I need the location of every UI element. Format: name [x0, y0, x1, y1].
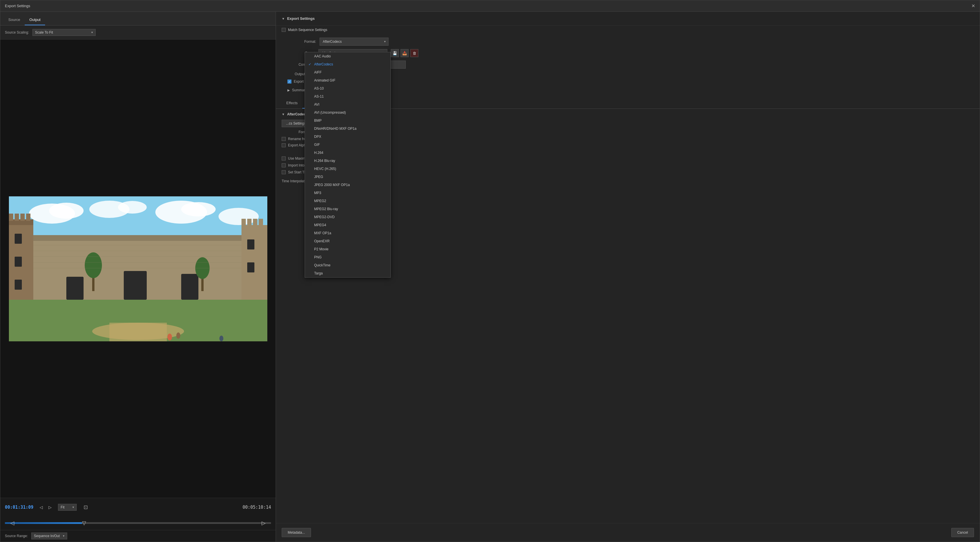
match-sequence-label: Match Sequence Settings: [288, 28, 327, 32]
preset-icons: 💾 📥 🗑: [391, 49, 418, 57]
left-panel: Source Output Source Scaling: Scale To F…: [0, 12, 276, 542]
preview-image: [9, 196, 267, 341]
transport-controls: ◁ ▷: [38, 504, 53, 510]
export-settings-window: Export Settings ✕ Source Output Source S…: [0, 0, 980, 542]
svg-rect-27: [66, 277, 84, 300]
svg-rect-26: [33, 235, 242, 241]
save-preset-btn[interactable]: 💾: [391, 49, 399, 57]
dropdown-item-mpeg2-bluray[interactable]: MPEG2 Blu-ray: [305, 205, 390, 213]
dropdown-item-jpeg2000[interactable]: JPEG 2000 MXF OP1a: [305, 181, 390, 189]
export-video-checkbox[interactable]: ✓: [288, 79, 291, 84]
fit-select-wrapper: Fit 25% 50% 100%: [58, 504, 77, 511]
dropdown-item-gif[interactable]: GIF: [305, 141, 390, 149]
svg-rect-23: [247, 239, 255, 250]
preview-area: [0, 40, 276, 498]
dropdown-item-dnxhr[interactable]: DNxHR/DNxHD MXF OP1a: [305, 125, 390, 133]
dropdown-item-animated-gif[interactable]: Animated GIF: [305, 76, 390, 84]
svg-rect-28: [124, 271, 147, 300]
svg-rect-20: [247, 219, 251, 227]
dropdown-item-mxf-op1a[interactable]: MXF OP1a: [305, 229, 390, 237]
fit-select[interactable]: Fit 25% 50% 100%: [58, 504, 77, 511]
timecode-end: 00:05:10:14: [243, 505, 271, 510]
import-preset-btn[interactable]: 📥: [401, 49, 409, 57]
summary-arrow[interactable]: ▶: [288, 88, 290, 92]
dropdown-item-aiff[interactable]: AIFF: [305, 68, 390, 76]
bottom-buttons: Metadata... Cancel: [276, 523, 980, 542]
dropdown-item-avi[interactable]: AVI: [305, 100, 390, 108]
main-content: Source Output Source Scaling: Scale To F…: [0, 12, 980, 542]
source-scaling-select[interactable]: Scale To Fit Scale To Fill Stretch To Fi…: [32, 29, 95, 36]
svg-point-7: [218, 208, 259, 225]
aftercodecs-collapse-arrow[interactable]: ▼: [282, 113, 285, 116]
in-point-marker: ◁: [10, 520, 14, 526]
playhead-marker: ▽: [82, 520, 86, 526]
source-range-select[interactable]: Sequence In/Out Work Area Entire Sequenc…: [31, 532, 67, 539]
settings-grid: Format: AfterCodecs AAC Audio AfterCodec…: [276, 34, 980, 98]
svg-rect-29: [181, 274, 199, 300]
fullscreen-icon[interactable]: ⊡: [84, 504, 88, 510]
dropdown-item-as10[interactable]: AS-10: [305, 84, 390, 92]
svg-point-37: [85, 252, 102, 278]
dropdown-item-avi-uncompressed[interactable]: AVI (Uncompressed): [305, 108, 390, 116]
delete-preset-btn[interactable]: 🗑: [410, 49, 418, 57]
svg-rect-24: [247, 262, 255, 272]
set-start-timecode-checkbox[interactable]: [282, 170, 286, 174]
export-alpha-checkbox[interactable]: [282, 143, 286, 147]
svg-rect-32: [110, 323, 167, 341]
source-scaling-select-wrapper: Scale To Fit Scale To Fill Stretch To Fi…: [32, 29, 95, 36]
dropdown-item-mpeg2[interactable]: MPEG2: [305, 197, 390, 205]
tab-output[interactable]: Output: [25, 14, 45, 25]
tab-source[interactable]: Source: [4, 14, 25, 25]
controls-bar: 00:01:31:09 ◁ ▷ Fit 25% 50% 100% ⊡ 00:05…: [0, 498, 276, 516]
source-scaling-row: Source Scaling: Scale To Fit Scale To Fi…: [0, 25, 276, 40]
dropdown-item-mpeg2-dvd[interactable]: MPEG2-DVD: [305, 213, 390, 221]
dropdown-item-targa[interactable]: Targa: [305, 269, 390, 277]
right-panel: ▼ Export Settings Match Sequence Setting…: [276, 12, 980, 542]
svg-rect-12: [14, 214, 19, 221]
format-dropdown[interactable]: AAC Audio AfterCodecs AIFF Animated GIF …: [305, 52, 391, 278]
cancel-btn[interactable]: Cancel: [951, 528, 974, 537]
dropdown-item-bmp[interactable]: BMP: [305, 116, 390, 125]
next-frame-btn[interactable]: ▷: [47, 504, 53, 510]
collapse-arrow[interactable]: ▼: [282, 17, 285, 21]
dropdown-item-dpx[interactable]: DPX: [305, 133, 390, 141]
dropdown-item-aftercodecs[interactable]: AfterCodecs: [305, 60, 390, 68]
source-range-select-wrapper: Sequence In/Out Work Area Entire Sequenc…: [31, 532, 67, 539]
dropdown-item-mp3[interactable]: MP3: [305, 189, 390, 197]
format-select-wrapper: AfterCodecs: [320, 38, 388, 46]
svg-rect-15: [14, 234, 22, 244]
dropdown-item-openexr[interactable]: OpenEXR: [305, 237, 390, 245]
metadata-btn[interactable]: Metadata...: [282, 528, 311, 537]
dropdown-item-png[interactable]: PNG: [305, 253, 390, 261]
scrub-track[interactable]: ◁ ▽ ▷: [5, 522, 271, 524]
tabs-row: Source Output: [0, 12, 276, 25]
svg-rect-14: [26, 214, 30, 221]
svg-rect-19: [242, 219, 246, 227]
dropdown-item-jpeg[interactable]: JPEG: [305, 173, 390, 181]
rename-from-checkbox[interactable]: [282, 137, 286, 141]
prev-frame-btn[interactable]: ◁: [38, 504, 45, 510]
svg-rect-22: [259, 219, 263, 227]
dropdown-item-as11[interactable]: AS-11: [305, 92, 390, 100]
import-into-project-checkbox[interactable]: [282, 163, 286, 167]
window-title: Export Settings: [5, 4, 30, 8]
scrub-bar[interactable]: ◁ ▽ ▷: [0, 516, 276, 530]
title-bar: Export Settings ✕: [0, 0, 980, 12]
source-range-row: Source Range: Sequence In/Out Work Area …: [0, 530, 276, 542]
dropdown-item-p2-movie[interactable]: P2 Movie: [305, 245, 390, 253]
out-point-marker: ▷: [262, 520, 266, 526]
dropdown-item-h264-bluray[interactable]: H.264 Blu-ray: [305, 157, 390, 165]
tab-effects[interactable]: Effects: [282, 98, 302, 108]
export-settings-header: ▼ Export Settings: [276, 12, 980, 25]
dropdown-item-hevc[interactable]: HEVC (H.265): [305, 165, 390, 173]
aftercodecs-format-value: ...xtime): [314, 130, 974, 134]
timecode-start: 00:01:31:09: [5, 505, 33, 510]
dropdown-item-aac-audio[interactable]: AAC Audio: [305, 52, 390, 60]
match-sequence-checkbox[interactable]: [282, 28, 286, 32]
use-max-render-checkbox[interactable]: [282, 156, 286, 161]
dropdown-item-mpeg4[interactable]: MPEG4: [305, 221, 390, 229]
close-button[interactable]: ✕: [971, 3, 975, 9]
format-select[interactable]: AfterCodecs: [320, 38, 388, 46]
dropdown-item-quicktime[interactable]: QuickTime: [305, 261, 390, 269]
dropdown-item-h264[interactable]: H.264: [305, 149, 390, 157]
